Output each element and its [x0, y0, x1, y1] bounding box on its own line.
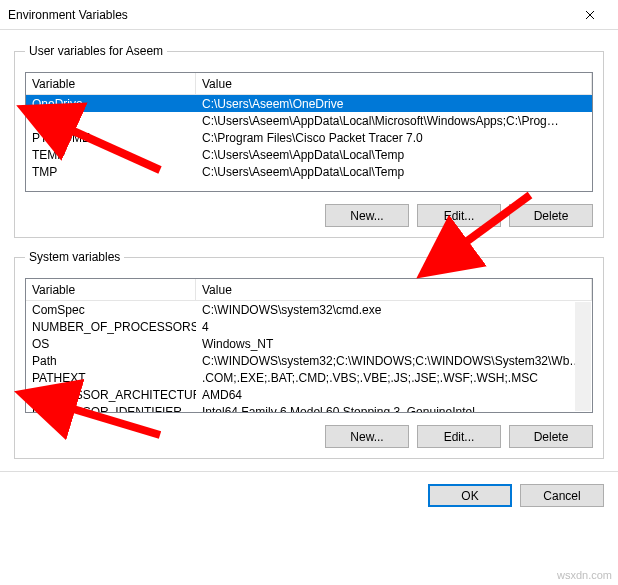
user-variables-listview[interactable]: Variable Value OneDriveC:\Users\Aseem\On… [25, 72, 593, 192]
table-row[interactable]: PROCESSOR_IDENTIFIERIntel64 Family 6 Mod… [26, 403, 592, 413]
cell-variable: TEMP [26, 148, 196, 162]
watermark: wsxdn.com [557, 569, 612, 581]
user-variables-legend: User variables for Aseem [25, 44, 167, 58]
cell-variable: Path [26, 354, 196, 368]
cell-variable: ComSpec [26, 303, 196, 317]
listview-body: OneDriveC:\Users\Aseem\OneDrivePathC:\Us… [26, 95, 592, 180]
cell-value: C:\Users\Aseem\AppData\Local\Temp [196, 148, 592, 162]
table-row[interactable]: ComSpecC:\WINDOWS\system32\cmd.exe [26, 301, 592, 318]
cell-variable: PROCESSOR_ARCHITECTURE [26, 388, 196, 402]
ok-button[interactable]: OK [428, 484, 512, 507]
table-row[interactable]: OSWindows_NT [26, 335, 592, 352]
cell-variable: PATHEXT [26, 371, 196, 385]
table-row[interactable]: OneDriveC:\Users\Aseem\OneDrive [26, 95, 592, 112]
system-buttons-row: New... Edit... Delete [25, 425, 593, 448]
cell-value: .COM;.EXE;.BAT;.CMD;.VBS;.VBE;.JS;.JSE;.… [196, 371, 592, 385]
system-variables-legend: System variables [25, 250, 124, 264]
table-row[interactable]: PathC:\Users\Aseem\AppData\Local\Microso… [26, 112, 592, 129]
titlebar: Environment Variables [0, 0, 618, 30]
user-buttons-row: New... Edit... Delete [25, 204, 593, 227]
listview-header: Variable Value [26, 73, 592, 95]
cell-value: C:\Users\Aseem\AppData\Local\Temp [196, 165, 592, 179]
system-delete-button[interactable]: Delete [509, 425, 593, 448]
cell-value: Intel64 Family 6 Model 60 Stepping 3, Ge… [196, 405, 592, 414]
system-new-button[interactable]: New... [325, 425, 409, 448]
cell-value: C:\Users\Aseem\OneDrive [196, 97, 592, 111]
system-variables-listview[interactable]: Variable Value ComSpecC:\WINDOWS\system3… [25, 278, 593, 413]
window-title: Environment Variables [8, 8, 128, 22]
cell-variable: OS [26, 337, 196, 351]
cell-value: AMD64 [196, 388, 592, 402]
column-header-variable[interactable]: Variable [26, 73, 196, 94]
column-header-variable[interactable]: Variable [26, 279, 196, 300]
close-icon [585, 10, 595, 20]
user-new-button[interactable]: New... [325, 204, 409, 227]
table-row[interactable]: NUMBER_OF_PROCESSORS4 [26, 318, 592, 335]
scrollbar[interactable] [575, 302, 591, 411]
cancel-button[interactable]: Cancel [520, 484, 604, 507]
listview-header: Variable Value [26, 279, 592, 301]
table-row[interactable]: PROCESSOR_ARCHITECTUREAMD64 [26, 386, 592, 403]
table-row[interactable]: TMPC:\Users\Aseem\AppData\Local\Temp [26, 163, 592, 180]
table-row[interactable]: PathC:\WINDOWS\system32;C:\WINDOWS;C:\WI… [26, 352, 592, 369]
listview-body: ComSpecC:\WINDOWS\system32\cmd.exeNUMBER… [26, 301, 592, 413]
cell-variable: TMP [26, 165, 196, 179]
close-button[interactable] [570, 1, 610, 29]
cell-value: C:\Program Files\Cisco Packet Tracer 7.0 [196, 131, 592, 145]
system-edit-button[interactable]: Edit... [417, 425, 501, 448]
dialog-buttons: OK Cancel [0, 471, 618, 513]
cell-variable: Path [26, 114, 196, 128]
cell-variable: PROCESSOR_IDENTIFIER [26, 405, 196, 414]
user-edit-button[interactable]: Edit... [417, 204, 501, 227]
dialog-content: User variables for Aseem Variable Value … [0, 30, 618, 459]
cell-value: C:\WINDOWS\system32;C:\WINDOWS;C:\WINDOW… [196, 354, 592, 368]
table-row[interactable]: PATHEXT.COM;.EXE;.BAT;.CMD;.VBS;.VBE;.JS… [26, 369, 592, 386]
cell-variable: NUMBER_OF_PROCESSORS [26, 320, 196, 334]
system-variables-group: System variables Variable Value ComSpecC… [14, 250, 604, 459]
cell-value: C:\WINDOWS\system32\cmd.exe [196, 303, 592, 317]
cell-value: Windows_NT [196, 337, 592, 351]
table-row[interactable]: TEMPC:\Users\Aseem\AppData\Local\Temp [26, 146, 592, 163]
cell-value: C:\Users\Aseem\AppData\Local\Microsoft\W… [196, 114, 592, 128]
cell-value: 4 [196, 320, 592, 334]
user-delete-button[interactable]: Delete [509, 204, 593, 227]
column-header-value[interactable]: Value [196, 73, 592, 94]
user-variables-group: User variables for Aseem Variable Value … [14, 44, 604, 238]
table-row[interactable]: PT7HOMEC:\Program Files\Cisco Packet Tra… [26, 129, 592, 146]
cell-variable: PT7HOME [26, 131, 196, 145]
cell-variable: OneDrive [26, 97, 196, 111]
column-header-value[interactable]: Value [196, 279, 592, 300]
